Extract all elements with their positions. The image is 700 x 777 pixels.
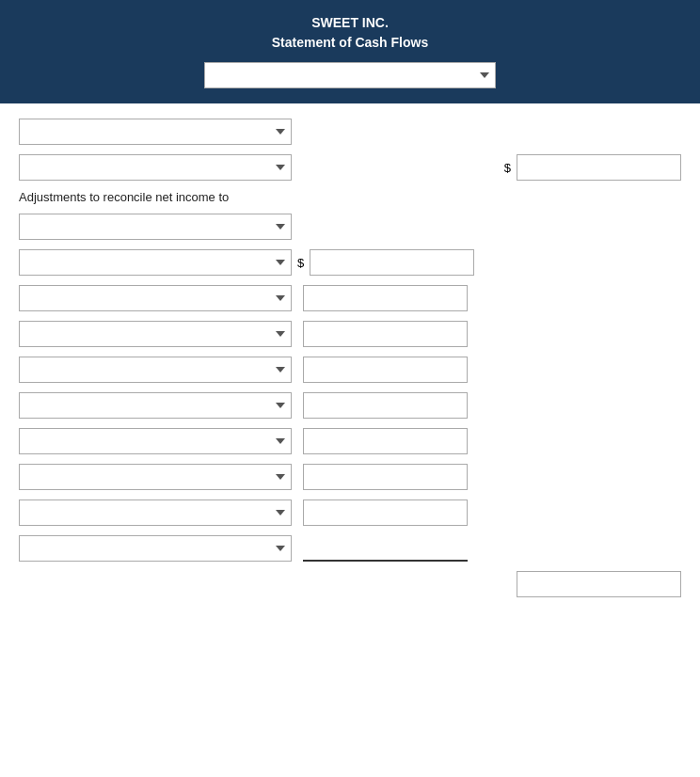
adj-row-4 <box>19 357 681 383</box>
net-income-row: $ <box>19 154 681 181</box>
adj-dropdown-5[interactable] <box>19 392 292 419</box>
adj-row-3 <box>19 321 681 347</box>
activity-type-row <box>19 119 681 145</box>
statement-title: Statement of Cash Flows <box>19 33 681 53</box>
adj-input-7[interactable] <box>303 464 468 490</box>
adj-input-8[interactable] <box>303 500 468 526</box>
net-income-input[interactable] <box>517 154 681 181</box>
adjustments-label: Adjustments to reconcile net income to <box>19 190 681 204</box>
adj-input-3[interactable] <box>303 321 468 347</box>
header-period-dropdown[interactable] <box>204 62 496 88</box>
main-content: $ Adjustments to reconcile net income to… <box>0 103 700 612</box>
bottom-total-row <box>19 571 681 597</box>
adj-dropdown-7[interactable] <box>19 464 292 490</box>
adj-row-2 <box>19 285 681 311</box>
adj-input-9-underline[interactable] <box>303 535 468 562</box>
activity-type-dropdown[interactable] <box>19 119 292 145</box>
adj-row-7 <box>19 464 681 490</box>
dollar-sign-adj: $ <box>297 256 304 270</box>
adj-dropdown-1[interactable] <box>19 249 292 276</box>
adj-dropdown-6[interactable] <box>19 428 292 454</box>
company-name: SWEET INC. <box>19 13 681 33</box>
adj-input-2[interactable] <box>303 285 468 311</box>
adj-input-1[interactable] <box>310 249 474 276</box>
adj-dropdown-9[interactable] <box>19 535 292 562</box>
adjustments-main-dropdown[interactable] <box>19 214 292 240</box>
total-input[interactable] <box>517 571 681 597</box>
adj-dropdown-4[interactable] <box>19 357 292 383</box>
adj-dropdown-3[interactable] <box>19 321 292 347</box>
page-header: SWEET INC. Statement of Cash Flows <box>0 0 700 103</box>
adj-row-5 <box>19 392 681 419</box>
adj-input-4[interactable] <box>303 357 468 383</box>
adj-input-5[interactable] <box>303 392 468 419</box>
page-title: SWEET INC. Statement of Cash Flows <box>19 13 681 53</box>
adj-input-6[interactable] <box>303 428 468 454</box>
net-income-dropdown[interactable] <box>19 154 292 181</box>
adj-row-1: $ <box>19 249 681 276</box>
adj-dropdown-8[interactable] <box>19 500 292 526</box>
adj-row-9 <box>19 535 681 562</box>
adj-row-8 <box>19 500 681 526</box>
adj-row-6 <box>19 428 681 454</box>
adjustments-main-row <box>19 214 681 240</box>
dollar-sign-1: $ <box>504 161 511 175</box>
adj-dropdown-2[interactable] <box>19 285 292 311</box>
